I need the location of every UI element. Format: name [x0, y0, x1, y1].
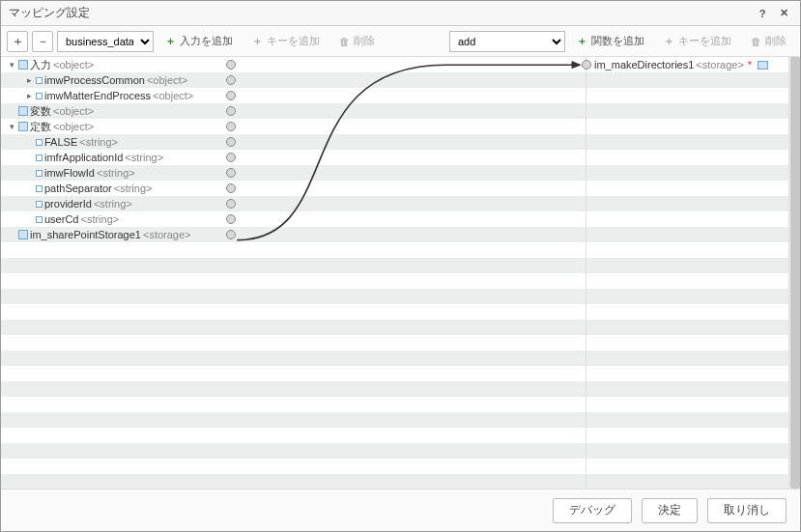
add-func-button[interactable]: ＋ 関数を追加 — [569, 30, 652, 53]
toolbar: ＋ － business_data_set ＋ 入力を追加 ＋ キーを追加 🗑 … — [1, 26, 800, 57]
node-type: <object> — [147, 74, 187, 86]
output-port[interactable] — [226, 183, 236, 193]
content-scrollbar[interactable] — [788, 57, 800, 489]
tree-row[interactable]: ▸ imfrApplicationId <string> — [1, 150, 226, 165]
node-label: providerId — [44, 198, 92, 210]
tree-row[interactable]: ▸ pathSeparator <string> — [1, 181, 226, 196]
node-label: pathSeparator — [44, 182, 112, 194]
tree-row[interactable]: im_makeDirectories1 <storage>* — [586, 57, 800, 72]
required-marker: * — [748, 59, 752, 70]
node-type: <string> — [97, 167, 135, 179]
collapse-all-button[interactable]: － — [32, 31, 53, 52]
object-icon — [18, 106, 28, 116]
add-input-button[interactable]: ＋ 入力を追加 — [157, 30, 241, 53]
output-port[interactable] — [226, 137, 236, 147]
dialog-title: マッピング設定 — [9, 5, 750, 21]
node-label: imwProcessCommon — [44, 74, 145, 86]
cancel-button[interactable]: 取り消し — [707, 498, 787, 523]
right-tree: im_makeDirectories1 <storage>* — [586, 57, 800, 72]
output-port[interactable] — [226, 214, 236, 224]
output-port[interactable] — [226, 91, 236, 100]
node-type: <storage> — [143, 229, 191, 240]
help-icon[interactable]: ? — [754, 5, 771, 22]
node-label: FALSE — [44, 136, 77, 148]
tree-row[interactable]: ▸ imwFlowId <string> — [1, 165, 226, 181]
node-type: <object> — [53, 121, 94, 132]
node-label: imfrApplicationId — [44, 152, 123, 163]
output-port[interactable] — [226, 60, 236, 70]
mapping-canvas[interactable] — [227, 57, 586, 489]
expand-all-button[interactable]: ＋ — [7, 31, 28, 52]
node-label: userCd — [44, 213, 78, 225]
plus-icon: ＋ — [664, 34, 674, 48]
field-icon — [36, 93, 43, 99]
node-label: im_makeDirectories1 — [594, 59, 694, 70]
close-icon[interactable]: ✕ — [775, 5, 792, 22]
right-func-select[interactable]: add — [449, 31, 565, 52]
object-icon — [18, 60, 28, 70]
field-icon — [36, 170, 43, 177]
ok-button[interactable]: 決定 — [642, 498, 698, 523]
node-type: <string> — [125, 152, 163, 163]
node-type: <string> — [114, 182, 153, 194]
node-type: <string> — [80, 213, 119, 225]
titlebar: マッピング設定 ? ✕ — [1, 1, 800, 26]
chevron-down-icon[interactable]: ▾ — [7, 122, 16, 131]
tree-row[interactable]: ▸ imwMatterEndProcess <object> — [1, 88, 226, 103]
output-port[interactable] — [226, 153, 236, 162]
add-key-right-button[interactable]: ＋ キーを追加 — [656, 30, 739, 53]
tree-row[interactable]: ▸ userCd <string> — [1, 211, 226, 227]
chevron-down-icon[interactable]: ▾ — [7, 60, 16, 70]
chevron-right-icon[interactable]: ▸ — [24, 91, 34, 100]
field-icon — [36, 216, 43, 223]
footer: デバッグ 決定 取り消し — [1, 489, 800, 531]
debug-button[interactable]: デバッグ — [553, 498, 632, 523]
field-icon — [36, 139, 43, 146]
object-icon — [18, 230, 28, 239]
delete-left-button[interactable]: 🗑 削除 — [331, 30, 383, 53]
node-type: <object> — [153, 90, 193, 101]
plus-icon: ＋ — [165, 34, 176, 48]
tree-row[interactable]: ▸ 変数 <object> — [1, 103, 226, 119]
tree-row[interactable]: ▸ FALSE <string> — [1, 134, 226, 150]
field-icon — [36, 77, 43, 84]
node-label: im_sharePointStorage1 — [30, 229, 141, 240]
field-icon — [36, 201, 43, 208]
object-icon — [18, 122, 28, 131]
plus-icon: ＋ — [577, 34, 587, 48]
output-port[interactable] — [226, 230, 236, 239]
storage-icon — [758, 61, 768, 70]
delete-right-button[interactable]: 🗑 削除 — [743, 30, 794, 53]
left-tree: ▾ 入力 <object>▸ imwProcessCommon <object>… — [1, 57, 226, 242]
tree-row[interactable]: ▸ im_sharePointStorage1 <storage> — [1, 227, 226, 242]
trash-icon: 🗑 — [751, 36, 761, 47]
tree-row[interactable]: ▸ imwProcessCommon <object> — [1, 72, 226, 88]
left-tree-pane: ▾ 入力 <object>▸ imwProcessCommon <object>… — [1, 57, 227, 489]
tree-row[interactable]: ▾ 定数 <object> — [1, 119, 226, 134]
node-type: <string> — [79, 136, 118, 148]
node-label: 定数 — [30, 120, 51, 134]
output-port[interactable] — [226, 75, 236, 85]
node-type: <object> — [53, 59, 94, 70]
node-label: imwMatterEndProcess — [44, 90, 151, 101]
chevron-right-icon[interactable]: ▸ — [24, 75, 34, 85]
field-icon — [36, 185, 43, 192]
field-icon — [36, 154, 43, 161]
output-port[interactable] — [226, 168, 236, 178]
tree-row[interactable]: ▾ 入力 <object> — [1, 57, 226, 72]
tree-row[interactable]: ▸ providerId <string> — [1, 196, 226, 211]
add-key-left-button[interactable]: ＋ キーを追加 — [244, 30, 328, 53]
input-port[interactable] — [582, 60, 591, 70]
right-tree-pane: im_makeDirectories1 <storage>* — [586, 57, 800, 489]
node-type: <storage> — [696, 59, 744, 70]
node-type: <string> — [94, 198, 132, 210]
mapping-dialog: マッピング設定 ? ✕ ＋ － business_data_set ＋ 入力を追… — [0, 0, 801, 532]
left-source-select[interactable]: business_data_set — [57, 31, 154, 52]
node-type: <object> — [53, 105, 94, 117]
output-port[interactable] — [226, 199, 236, 209]
output-port[interactable] — [226, 106, 236, 116]
node-label: 変数 — [30, 104, 51, 119]
plus-icon: ＋ — [252, 34, 263, 48]
output-port[interactable] — [226, 122, 236, 131]
mapping-content: ▾ 入力 <object>▸ imwProcessCommon <object>… — [1, 57, 800, 489]
